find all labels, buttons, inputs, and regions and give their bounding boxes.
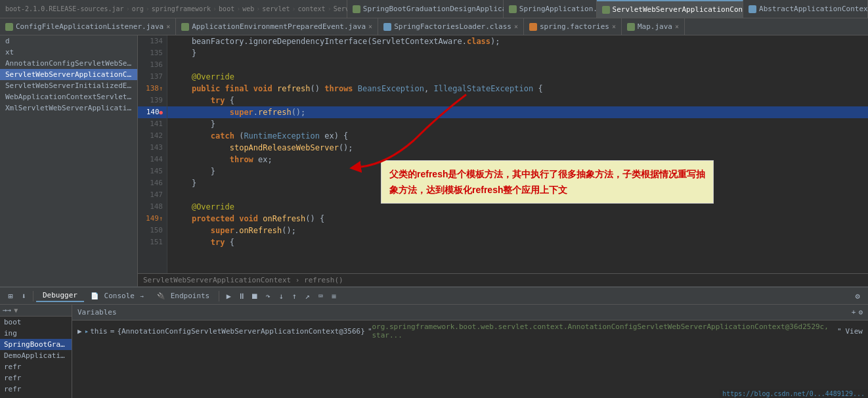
tab-config-listener[interactable]: ConfigFileApplicationListener.java × [0, 18, 176, 35]
tab-label: ApplicationEnvironmentPreparedEvent.java [192, 22, 366, 31]
sidebar-item-servlet-context[interactable]: ServletWebServerApplicationContext [0, 69, 137, 80]
line-num-147: 147 [138, 189, 167, 201]
tab-springboot-app[interactable]: SpringBootGraduationDesignApplication.ja… [347, 0, 504, 18]
sidebar-item-xt[interactable]: xt [0, 47, 137, 58]
sidebar-item-annotation[interactable]: AnnotationConfigServletWebServerApp [0, 58, 137, 69]
code-line-150: super.onRefresh(); [167, 225, 868, 236]
line-num-136: 136 [138, 59, 167, 71]
tab-close-icon[interactable]: × [612, 23, 616, 30]
tab-label: spring.factories [540, 22, 609, 31]
code-line-138: public final void refresh() throws Beans… [167, 83, 868, 95]
url-bar: https://blog.csdn.net/0...4489129... [719, 389, 868, 398]
line-num-144: 144 [138, 154, 167, 166]
debug-variables-pane: Variables + ⚙ ▶ ▸ this = {AnnotationConf… [72, 305, 868, 398]
tab-servlet-context[interactable]: ServletWebServerApplicationContext.java … [597, 0, 744, 18]
tab-factories-loader[interactable]: SpringFactoriesLoader.class × [378, 18, 524, 35]
tab-console[interactable]: 📄 Console → [84, 290, 150, 301]
sidebar-item-d[interactable]: d [0, 35, 137, 47]
variables-settings-icon[interactable]: ⚙ [858, 308, 863, 317]
debug-pause-icon[interactable]: ⏸ [236, 291, 247, 301]
java-file-icon [509, 5, 517, 13]
var-name-this: this [90, 327, 108, 336]
tab-spring-factories[interactable]: spring.factories × [524, 18, 622, 35]
sidebar-item-xml-servlet[interactable]: XmlServletWebServerApplicationContext [0, 102, 137, 114]
code-line-146: } [167, 177, 868, 189]
debug-step-into-icon[interactable]: ↓ [276, 291, 286, 301]
step-icon[interactable]: ⬇ [18, 291, 29, 301]
tab-spring-app[interactable]: SpringApplication.java × [504, 0, 597, 18]
debug-eval-icon[interactable]: ⌨ [315, 291, 326, 301]
bottom-panel: ⊞ ⬇ Debugger 📄 Console → 🔌 Endpoints ▶ ⏸… [0, 286, 868, 398]
frame-springbootgradu[interactable]: SpringBootGradu [0, 339, 72, 350]
layout-icon[interactable]: ⊞ [5, 291, 16, 301]
code-line-139: try { [167, 95, 868, 106]
line-num-141: 141 [138, 118, 167, 130]
code-line-137: @Override [167, 71, 868, 83]
frame-refr2[interactable]: refr [0, 372, 72, 384]
separator [219, 291, 219, 301]
main-area: d xt AnnotationConfigServletWebServerApp… [0, 35, 868, 286]
tab-label: ConfigFileApplicationListener.java [16, 22, 163, 31]
frame-boot[interactable]: boot [0, 317, 72, 328]
expand-arrow-icon[interactable]: ▶ [77, 327, 82, 336]
tab-close-icon[interactable]: × [368, 23, 372, 30]
code-line-143: stopAndReleaseWebServer(); [167, 142, 868, 154]
tab-map-java[interactable]: Map.java × [622, 18, 685, 35]
frame-demoapplication[interactable]: DemoApplication [0, 350, 72, 361]
line-num-149: 149 ↑ [138, 213, 167, 225]
debug-resume-icon[interactable]: ▶ [223, 291, 234, 301]
frame-refr1[interactable]: refr [0, 361, 72, 372]
bottom-toolbar: ⊞ ⬇ Debugger 📄 Console → 🔌 Endpoints ▶ ⏸… [0, 288, 868, 305]
java-file-icon [353, 5, 360, 13]
java-file-icon [181, 23, 189, 31]
debug-step-over-icon[interactable]: ↷ [263, 291, 273, 301]
debug-stop-icon[interactable]: ⏹ [250, 291, 260, 301]
line-num-138: 138 ↑ [138, 83, 167, 95]
frames-collapse-icon[interactable]: →→ [3, 306, 11, 315]
variables-expand-icon[interactable]: + [852, 308, 856, 317]
line-num-146: 146 [138, 177, 167, 189]
variables-title: Variables [77, 308, 117, 317]
sidebar-item-initialized[interactable]: ServletWebServerInitializedEvent [0, 80, 137, 91]
var-value: {AnnotationConfigServletWebServerApplica… [117, 327, 365, 336]
tab-env-event[interactable]: ApplicationEnvironmentPreparedEvent.java… [176, 18, 378, 35]
settings-icon[interactable]: ⚙ [852, 291, 863, 301]
ide-window: boot-2.1.0.RELEASE-sources.jar › org › s… [0, 0, 868, 398]
editor: 134 135 136 137 138 ↑ 139 140 ● 141 142 … [138, 35, 868, 286]
code-area: beanFactory.ignoreDependencyInterface(Se… [167, 35, 868, 273]
tab-debugger[interactable]: Debugger [36, 290, 84, 302]
tab-close-icon[interactable]: × [675, 23, 679, 30]
debug-stack-frames: →→ ▼ boot ing SpringBootGradu DemoApplic… [0, 305, 72, 398]
code-line-134: beanFactory.ignoreDependencyInterface(Se… [167, 35, 868, 47]
line-num-135: 135 [138, 47, 167, 59]
frame-runn[interactable]: runn [0, 395, 72, 398]
frame-ing[interactable]: ing [0, 328, 72, 339]
code-line-136 [167, 59, 868, 71]
line-num-142: 142 [138, 130, 167, 142]
debug-step-out-icon[interactable]: ↑ [289, 291, 299, 301]
line-num-139: 139 [138, 95, 167, 106]
tab-close-icon[interactable]: × [514, 23, 518, 30]
tab-abstract-context[interactable]: AbstractApplicationContext.class × [743, 0, 868, 18]
code-line-141: } [167, 118, 868, 130]
line-numbers: 134 135 136 137 138 ↑ 139 140 ● 141 142 … [138, 35, 167, 273]
sidebar-item-webapp-context[interactable]: WebApplicationContextServletContextA [0, 91, 137, 102]
url-text: https://blog.csdn.net/0...4489129... [722, 390, 865, 397]
frame-refr3[interactable]: refr [0, 384, 72, 395]
var-view-link[interactable]: View [846, 327, 863, 336]
frames-header: →→ ▼ [0, 305, 72, 317]
top-tab-bar: boot-2.1.0.RELEASE-sources.jar › org › s… [0, 0, 868, 18]
debug-run-to-icon[interactable]: ↗ [302, 291, 313, 301]
code-line-149: protected void onRefresh() { [167, 213, 868, 225]
tab-endpoints[interactable]: 🔌 Endpoints [150, 290, 216, 301]
breadcrumb: ServletWebServerApplicationContext › ref… [143, 276, 343, 284]
breadcrumb-bar: ServletWebServerApplicationContext › ref… [138, 273, 868, 286]
debug-more-icon[interactable]: ≡ [328, 291, 339, 301]
code-line-142: catch (RuntimeException ex) { [167, 130, 868, 142]
tab-label: Map.java [638, 22, 672, 31]
java-file-icon [627, 23, 635, 31]
code-line-144: throw ex; [167, 154, 868, 166]
tab-close-icon[interactable]: × [166, 23, 170, 30]
editor-content: 134 135 136 137 138 ↑ 139 140 ● 141 142 … [138, 35, 868, 273]
tab-label: AbstractApplicationContext.class [759, 5, 868, 13]
